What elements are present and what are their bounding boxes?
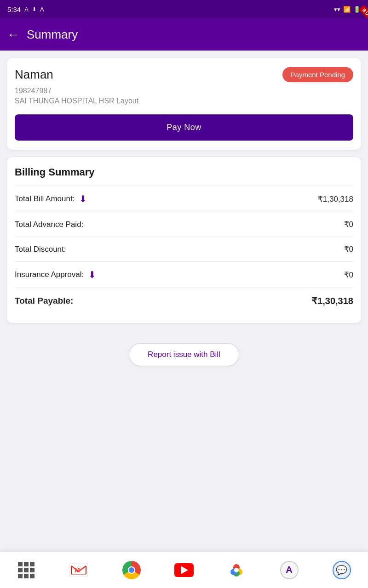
main-content: Naman Payment Pending 198247987 SAI THUN… [0,51,368,381]
status-icon-a1: A [24,6,29,13]
status-icon-down: ⬇ [32,6,36,12]
status-icon-a2: A [40,6,44,13]
apps-grid-icon [18,562,34,578]
status-time: 5:34 [7,6,21,13]
nav-chat[interactable]: 💬 [331,559,353,581]
top-bar: ← Summary BUG [0,18,368,51]
report-section: Report issue with Bill [7,332,361,373]
billing-title: Billing Summary [15,166,353,178]
report-issue-button[interactable]: Report issue with Bill [129,343,239,366]
wifi-icon: ▾▾ [334,6,340,13]
insurance-value: ₹0 [344,270,353,280]
billing-row-total-bill: Total Bill Amount: ⬇ ₹1,30,318 [15,186,353,212]
insurance-label: Insurance Approval: ⬇ [15,269,96,280]
nav-a-app[interactable]: A [278,559,300,581]
photos-icon [227,561,246,579]
billing-row-total-payable: Total Payable: ₹1,30,318 [15,288,353,314]
yt-play-icon [181,566,188,574]
youtube-icon [174,563,194,577]
back-button[interactable]: ← [7,28,19,40]
pay-now-button[interactable]: Pay Now [15,114,353,141]
discount-value: ₹0 [344,244,353,254]
chrome-icon [122,561,141,579]
nav-photos[interactable] [225,559,247,581]
chat-bubble-icon: 💬 [333,561,351,579]
billing-row-insurance: Insurance Approval: ⬇ ₹0 [15,261,353,288]
patient-hospital: SAI THUNGA HOSPITAL HSR Layout [15,97,353,105]
nav-apps-grid[interactable] [15,559,37,581]
total-bill-value: ₹1,30,318 [318,194,353,204]
page-title: Summary [27,28,78,42]
status-bar: 5:34 A ⬇ A ▾▾ 📶 🔋 [0,0,368,18]
patient-id: 198247987 [15,87,353,95]
nav-youtube[interactable] [173,559,195,581]
total-payable-value: ₹1,30,318 [311,295,353,306]
billing-row-advance: Total Advance Paid: ₹0 [15,212,353,237]
svg-text:M: M [75,566,80,574]
billing-card: Billing Summary Total Bill Amount: ⬇ ₹1,… [7,157,361,323]
a-app-icon: A [280,561,299,579]
bottom-nav: M A 💬 [0,551,368,588]
signal-bars-icon: 📶 [343,6,351,13]
patient-name: Naman [15,68,53,82]
billing-row-discount: Total Discount: ₹0 [15,237,353,261]
gmail-icon: M [69,563,88,577]
patient-card: Naman Payment Pending 198247987 SAI THUN… [7,58,361,150]
advance-paid-label: Total Advance Paid: [15,220,83,229]
total-payable-label: Total Payable: [15,296,73,306]
nav-gmail[interactable]: M [68,559,90,581]
nav-chrome[interactable] [121,559,143,581]
payment-status-badge: Payment Pending [282,67,353,82]
svg-point-10 [234,568,239,572]
advance-paid-value: ₹0 [344,220,353,229]
discount-label: Total Discount: [15,245,66,254]
download-bill-icon[interactable]: ⬇ [79,193,87,204]
total-bill-label: Total Bill Amount: ⬇ [15,193,87,204]
download-insurance-icon[interactable]: ⬇ [88,269,96,280]
